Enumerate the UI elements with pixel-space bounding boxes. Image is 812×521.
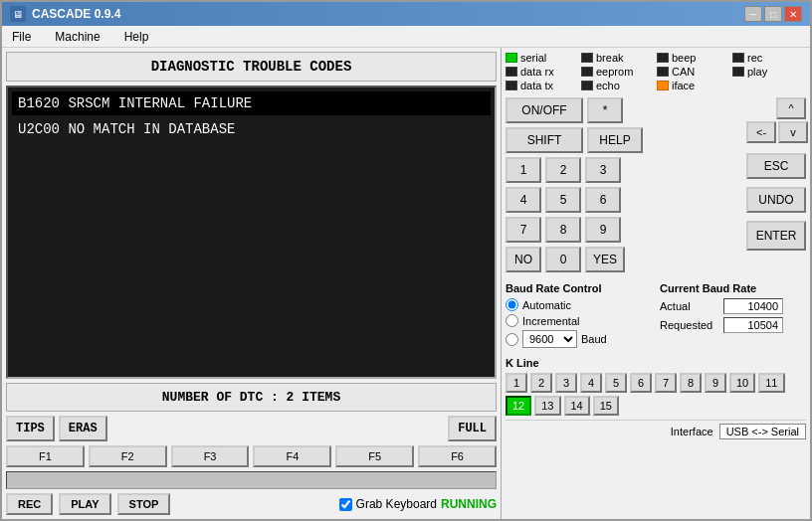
title-bar-left: 🖥 CASCADE 0.9.4	[10, 6, 120, 22]
num7-button[interactable]: 7	[506, 217, 541, 243]
grab-keyboard-checkbox[interactable]	[339, 498, 352, 511]
close-button[interactable]: ✕	[784, 6, 802, 22]
maximize-button[interactable]: □	[764, 6, 782, 22]
minimize-button[interactable]: ─	[744, 6, 762, 22]
eras-button[interactable]: ERAS	[59, 416, 107, 441]
kline-btn-13[interactable]: 13	[534, 396, 560, 416]
current-baud-rate: Current Baud Rate Actual 10400 Requested…	[660, 282, 806, 351]
num9-button[interactable]: 9	[585, 217, 621, 243]
enter-button[interactable]: ENTER	[746, 221, 806, 251]
menu-bar: File Machine Help	[2, 26, 810, 48]
running-status: RUNNING	[441, 497, 497, 511]
tips-button[interactable]: TIPS	[6, 416, 55, 441]
datatx-led	[506, 81, 517, 90]
full-button[interactable]: FULL	[448, 416, 497, 441]
onoff-button[interactable]: ON/OFF	[506, 97, 583, 123]
kline-btn-11[interactable]: 11	[758, 373, 784, 393]
kline-btn-2[interactable]: 2	[530, 373, 552, 393]
f3-button[interactable]: F3	[171, 445, 250, 467]
nav-cluster: ^ <- v ->	[746, 97, 806, 145]
num5-button[interactable]: 5	[545, 187, 581, 213]
num2-button[interactable]: 2	[545, 157, 581, 183]
iface-led	[657, 81, 669, 90]
num3-button[interactable]: 3	[585, 157, 621, 183]
incremental-label: Incremental	[522, 315, 579, 327]
indicator-can: CAN	[657, 66, 730, 78]
datatx-label: data tx	[520, 80, 553, 91]
interface-bar: Interface USB <-> Serial	[506, 420, 806, 439]
keypad-right: ^ <- v -> ESC UNDO ENTER	[746, 97, 806, 276]
shift-button[interactable]: SHIFT	[506, 127, 583, 153]
kline-btn-9[interactable]: 9	[705, 373, 726, 393]
num8-button[interactable]: 8	[545, 217, 581, 243]
indicators-grid: serial break beep rec data rx	[506, 52, 806, 91]
echo-led	[581, 81, 593, 90]
num6-button[interactable]: 6	[585, 187, 621, 213]
dtc-item-0[interactable]: B1620 SRSCM INTERNAL FAILURE	[12, 91, 491, 115]
keypad-main: ON/OFF * SHIFT HELP 1 2 3 4	[506, 97, 740, 276]
eeprom-label: eeprom	[596, 66, 633, 78]
f6-button[interactable]: F6	[418, 445, 497, 467]
break-led	[581, 53, 593, 63]
manual-radio[interactable]	[506, 333, 518, 346]
f1-button[interactable]: F1	[6, 445, 85, 467]
incremental-radio[interactable]	[506, 314, 518, 327]
menu-file[interactable]: File	[6, 28, 37, 46]
left-panel: DIAGNOSTIC TROUBLE CODES B1620 SRSCM INT…	[2, 48, 502, 519]
rec-button[interactable]: REC	[6, 493, 53, 515]
f2-button[interactable]: F2	[89, 445, 167, 467]
menu-help[interactable]: Help	[118, 28, 155, 46]
stop-button[interactable]: STOP	[117, 493, 171, 515]
num4-button[interactable]: 4	[506, 187, 541, 213]
actual-baud-row: Actual 10400	[660, 298, 806, 314]
menu-machine[interactable]: Machine	[49, 28, 105, 46]
kline-btn-7[interactable]: 7	[655, 373, 677, 393]
kline-btn-4[interactable]: 4	[580, 373, 602, 393]
nav-up-button[interactable]: ^	[776, 97, 806, 119]
kline-btn-14[interactable]: 14	[564, 396, 590, 416]
dtc-item-1[interactable]: U2C00 NO MATCH IN DATABASE	[12, 117, 491, 141]
f4-button[interactable]: F4	[253, 445, 331, 467]
can-led	[657, 67, 669, 77]
kline-btn-10[interactable]: 10	[729, 373, 755, 393]
num1-button[interactable]: 1	[506, 157, 541, 183]
indicator-datatx: data tx	[506, 80, 579, 91]
dtc-list[interactable]: B1620 SRSCM INTERNAL FAILURE U2C00 NO MA…	[6, 86, 497, 379]
automatic-radio[interactable]	[506, 298, 518, 311]
can-label: CAN	[672, 66, 695, 78]
esc-button[interactable]: ESC	[746, 153, 806, 179]
yes-button[interactable]: YES	[585, 247, 625, 272]
play-button[interactable]: PLAY	[59, 493, 110, 515]
kline-btn-15[interactable]: 15	[593, 396, 619, 416]
f5-button[interactable]: F5	[335, 445, 414, 467]
title-controls: ─ □ ✕	[744, 6, 802, 22]
kline-btn-6[interactable]: 6	[630, 373, 652, 393]
num0-button[interactable]: 0	[545, 247, 581, 272]
kp-row-123: 1 2 3	[506, 157, 740, 183]
kp-row-shift: SHIFT HELP	[506, 127, 740, 153]
actual-value: 10400	[723, 298, 783, 314]
indicator-echo: echo	[581, 80, 655, 91]
kline-buttons: 1 2 3 4 5 6 7 8 9 10 11 12 13 14 15	[506, 373, 806, 416]
baud-control-title: Baud Rate Control	[506, 282, 652, 294]
kline-btn-3[interactable]: 3	[555, 373, 577, 393]
kline-btn-1[interactable]: 1	[506, 373, 527, 393]
nav-left-button[interactable]: <-	[746, 121, 776, 143]
kline-title: K Line	[506, 357, 806, 369]
requested-label: Requested	[660, 319, 719, 331]
help-button[interactable]: HELP	[587, 127, 643, 153]
window-title: CASCADE 0.9.4	[32, 7, 120, 21]
undo-button[interactable]: UNDO	[746, 187, 806, 213]
indicator-datarx: data rx	[506, 66, 579, 78]
indicator-iface: iface	[657, 80, 730, 91]
kline-btn-5[interactable]: 5	[605, 373, 627, 393]
star-button[interactable]: *	[587, 97, 623, 123]
nav-down-button[interactable]: v	[778, 121, 808, 143]
baud-select[interactable]: 9600 19200 38400 57600 115200	[522, 330, 577, 348]
radio-automatic: Automatic	[506, 298, 652, 311]
no-button[interactable]: NO	[506, 247, 541, 272]
kline-btn-8[interactable]: 8	[680, 373, 702, 393]
kline-btn-12[interactable]: 12	[506, 396, 531, 416]
rec-label: rec	[747, 52, 762, 64]
baud-label: Baud	[581, 333, 607, 345]
